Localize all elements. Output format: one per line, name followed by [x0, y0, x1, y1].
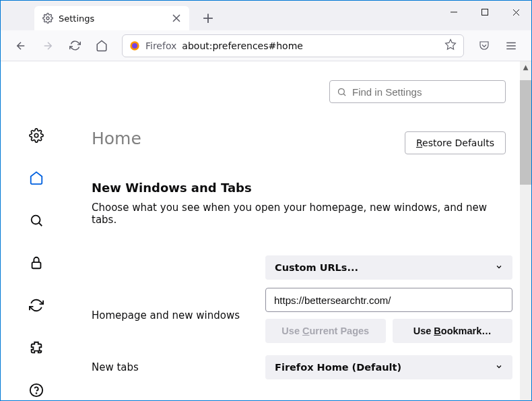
- minimize-button[interactable]: [438, 1, 469, 24]
- section-description: Choose what you see when you open your h…: [92, 202, 512, 226]
- homepage-select-value: Custom URLs...: [275, 262, 358, 273]
- homepage-url-input[interactable]: [265, 288, 512, 312]
- url-bar[interactable]: Firefox about:preferences#home: [122, 34, 464, 57]
- forward-button[interactable]: [36, 34, 60, 58]
- sidebar-item-sync[interactable]: [24, 293, 48, 317]
- use-bookmark-button[interactable]: Use Bookmark…: [393, 319, 513, 343]
- newtabs-select-value: Firefox Home (Default): [275, 362, 401, 373]
- svg-point-0: [46, 17, 49, 20]
- gear-icon: [42, 13, 53, 24]
- url-brand: Firefox: [145, 40, 176, 51]
- svg-point-8: [36, 393, 36, 394]
- sidebar-item-privacy[interactable]: [24, 251, 48, 274]
- settings-search-input[interactable]: [352, 86, 498, 98]
- chevron-down-icon: [495, 262, 503, 273]
- homepage-row-label: Homepage and new windows: [92, 309, 265, 321]
- close-window-button[interactable]: [500, 1, 531, 24]
- homepage-select[interactable]: Custom URLs...: [265, 255, 512, 280]
- sidebar-item-home[interactable]: [24, 166, 48, 189]
- sidebar-item-general[interactable]: [24, 123, 48, 147]
- new-tab-button[interactable]: +: [199, 8, 218, 27]
- newtabs-select[interactable]: Firefox Home (Default): [265, 355, 512, 379]
- settings-main: Home Restore Defaults New Windows and Ta…: [71, 61, 531, 401]
- svg-point-3: [132, 43, 137, 49]
- svg-point-4: [34, 133, 38, 137]
- sidebar-item-help[interactable]: [24, 378, 48, 401]
- sidebar-item-search[interactable]: [24, 208, 48, 232]
- chevron-down-icon: [495, 362, 503, 373]
- firefox-icon: [129, 40, 140, 51]
- browser-tab[interactable]: Settings: [34, 6, 189, 30]
- restore-defaults-button[interactable]: Restore Defaults: [405, 131, 506, 154]
- section-title: New Windows and Tabs: [92, 181, 512, 195]
- toolbar: Firefox about:preferences#home: [1, 30, 531, 61]
- titlebar: Settings +: [1, 1, 531, 30]
- tab-title: Settings: [59, 13, 166, 24]
- use-current-pages-button[interactable]: Use Current Pages: [265, 319, 386, 343]
- pocket-button[interactable]: [472, 34, 496, 58]
- scrollbar[interactable]: ▲: [520, 61, 531, 401]
- search-icon: [337, 87, 347, 97]
- sidebar-item-extensions[interactable]: [24, 336, 48, 359]
- newtabs-label: New tabs: [92, 361, 265, 373]
- svg-rect-1: [482, 9, 488, 16]
- back-button[interactable]: [9, 34, 33, 58]
- window-controls: [438, 1, 531, 24]
- url-text: about:preferences#home: [182, 40, 303, 51]
- bookmark-star-icon[interactable]: [444, 38, 457, 53]
- home-nav-button[interactable]: [90, 34, 114, 58]
- svg-point-5: [31, 215, 40, 224]
- maximize-button[interactable]: [469, 1, 500, 24]
- scrollbar-thumb[interactable]: [520, 80, 531, 185]
- close-icon[interactable]: [172, 13, 181, 23]
- svg-point-9: [339, 88, 345, 94]
- svg-rect-6: [32, 262, 40, 268]
- scroll-up-icon[interactable]: ▲: [520, 61, 531, 73]
- settings-search[interactable]: [329, 80, 506, 103]
- reload-button[interactable]: [63, 34, 87, 58]
- settings-sidebar: [1, 61, 71, 401]
- menu-button[interactable]: [499, 34, 523, 58]
